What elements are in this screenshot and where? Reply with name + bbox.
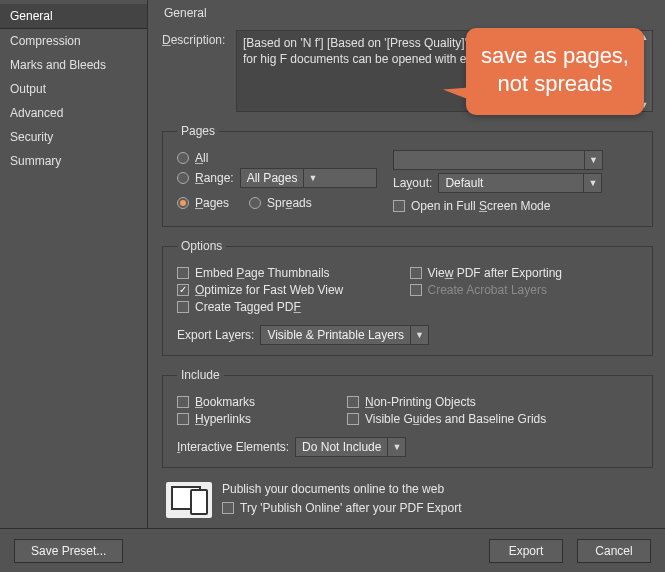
include-group: Include Bookmarks Hyperlinks Non-Printin… xyxy=(162,368,653,468)
interactive-label: Interactive Elements: xyxy=(177,440,289,454)
layout-label: Layout: xyxy=(393,176,432,190)
sidebar-item-security[interactable]: Security xyxy=(0,125,147,149)
save-preset-button[interactable]: Save Preset... xyxy=(14,539,123,563)
pages-group: Pages All Range: All Pages ▼ xyxy=(162,124,653,227)
label-pages: Pages xyxy=(195,196,229,210)
chevron-down-icon: ▼ xyxy=(303,169,321,187)
sidebar-item-marks-bleeds[interactable]: Marks and Bleeds xyxy=(0,53,147,77)
check-fullscreen[interactable] xyxy=(393,200,405,212)
chevron-down-icon: ▼ xyxy=(387,438,405,456)
annotation-callout: save as pages, not spreads xyxy=(466,28,644,115)
check-hyperlinks[interactable] xyxy=(177,413,189,425)
include-legend: Include xyxy=(177,368,224,382)
label-hyperlinks: Hyperlinks xyxy=(195,412,251,426)
main-panel: General Description: [Based on 'N f'] [B… xyxy=(148,0,665,528)
label-acrobat-layers: Create Acrobat Layers xyxy=(428,283,547,297)
check-bookmarks[interactable] xyxy=(177,396,189,408)
radio-spreads[interactable] xyxy=(249,197,261,209)
label-all: All xyxy=(195,151,208,165)
options-legend: Options xyxy=(177,239,226,253)
label-bookmarks: Bookmarks xyxy=(195,395,255,409)
cancel-button[interactable]: Cancel xyxy=(577,539,651,563)
label-embed-thumbs: Embed Page Thumbnails xyxy=(195,266,330,280)
sidebar-item-compression[interactable]: Compression xyxy=(0,29,147,53)
label-range: Range: xyxy=(195,171,234,185)
export-layers-label: Export Layers: xyxy=(177,328,254,342)
bottom-bar: Save Preset... Export Cancel xyxy=(0,528,665,572)
sidebar-item-output[interactable]: Output xyxy=(0,77,147,101)
chevron-down-icon: ▼ xyxy=(584,151,602,169)
sidebar: General Compression Marks and Bleeds Out… xyxy=(0,0,148,528)
panel-title: General xyxy=(162,6,653,20)
publish-headline: Publish your documents online to the web xyxy=(222,482,462,496)
check-try-publish[interactable] xyxy=(222,502,234,514)
description-label: Description: xyxy=(162,30,230,112)
label-fullscreen: Open in Full Screen Mode xyxy=(411,199,550,213)
sidebar-item-summary[interactable]: Summary xyxy=(0,149,147,173)
devices-icon xyxy=(166,482,212,518)
label-nonprinting: Non-Printing Objects xyxy=(365,395,476,409)
chevron-down-icon: ▼ xyxy=(410,326,428,344)
label-spreads: Spreads xyxy=(267,196,312,210)
check-tagged-pdf[interactable] xyxy=(177,301,189,313)
pages-legend: Pages xyxy=(177,124,219,138)
layout-combo[interactable]: Default ▼ xyxy=(438,173,602,193)
label-tagged-pdf: Create Tagged PDF xyxy=(195,300,301,314)
interactive-combo[interactable]: Do Not Include ▼ xyxy=(295,437,406,457)
sidebar-item-advanced[interactable]: Advanced xyxy=(0,101,147,125)
radio-pages[interactable] xyxy=(177,197,189,209)
label-optimize-web: Optimize for Fast Web View xyxy=(195,283,343,297)
export-button[interactable]: Export xyxy=(489,539,563,563)
label-guides: Visible Guides and Baseline Grids xyxy=(365,412,546,426)
range-combo[interactable]: All Pages ▼ xyxy=(240,168,377,188)
options-group: Options Embed Page Thumbnails Optimize f… xyxy=(162,239,653,356)
check-nonprinting[interactable] xyxy=(347,396,359,408)
label-try-publish: Try 'Publish Online' after your PDF Expo… xyxy=(240,501,462,515)
chevron-down-icon: ▼ xyxy=(583,174,601,192)
check-guides[interactable] xyxy=(347,413,359,425)
export-layers-combo[interactable]: Visible & Printable Layers ▼ xyxy=(260,325,429,345)
check-embed-thumbs[interactable] xyxy=(177,267,189,279)
radio-all[interactable] xyxy=(177,152,189,164)
check-acrobat-layers xyxy=(410,284,422,296)
sidebar-item-general[interactable]: General xyxy=(0,4,147,29)
label-view-after: View PDF after Exporting xyxy=(428,266,563,280)
publish-online-row: Publish your documents online to the web… xyxy=(162,480,653,520)
radio-range[interactable] xyxy=(177,172,189,184)
check-optimize-web[interactable] xyxy=(177,284,189,296)
check-view-after[interactable] xyxy=(410,267,422,279)
unnamed-combo-1[interactable]: ▼ xyxy=(393,150,603,170)
